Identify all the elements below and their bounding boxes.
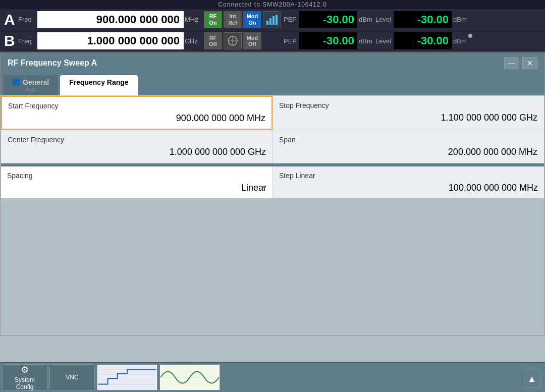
svg-rect-1 xyxy=(269,18,271,25)
channels-section: A Freq 900.000 000 000 MHz RFOn IntRef M… xyxy=(0,9,545,51)
stop-frequency-label: Stop Frequency xyxy=(279,101,537,109)
svg-rect-3 xyxy=(276,15,278,25)
channel-b-freq-label: Freq xyxy=(18,37,37,45)
dialog-title: RF Frequency Sweep A xyxy=(8,59,97,68)
frequency-range-row: Start Frequency 900.000 000 000 MHz Stop… xyxy=(1,96,544,130)
span-value: 200.000 000 000 MHz xyxy=(279,147,537,157)
spacing-label: Spacing xyxy=(7,172,266,180)
system-config-label: System xyxy=(15,376,35,383)
status-bar: Connected to SMW200A-106412.0 xyxy=(0,0,545,9)
spacing-dropdown-arrow[interactable]: ▼ xyxy=(261,184,267,191)
center-frequency-value: 1.000 000 000 000 GHz xyxy=(8,147,266,157)
tab-bar: General Auto Frequency Range xyxy=(1,73,544,95)
minimize-button[interactable]: — xyxy=(504,57,519,69)
step-linear-value: 100.000 000 000 MHz xyxy=(279,183,538,193)
channel-b-unit: GHz xyxy=(185,37,202,45)
svg-rect-7 xyxy=(98,365,156,390)
channel-a-controls: RFOn IntRef ModOn PEP -30.00 dBm Level -… xyxy=(202,11,469,28)
dot-indicator xyxy=(468,34,472,38)
gear-icon: ⚙ xyxy=(21,364,29,375)
channel-a-row: A Freq 900.000 000 000 MHz RFOn IntRef M… xyxy=(0,9,545,30)
dialog-titlebar: RF Frequency Sweep A — ✕ xyxy=(1,53,544,73)
level-label-a: Level xyxy=(375,16,391,23)
channel-a-unit: MHz xyxy=(185,16,202,23)
stop-frequency-value: 1.100 000 000 000 GHz xyxy=(279,113,537,123)
center-frequency-cell[interactable]: Center Frequency 1.000 000 000 000 GHz xyxy=(1,130,272,163)
int-ref-button[interactable]: IntRef xyxy=(224,11,242,28)
channel-b-frequency[interactable]: 1.000 000 000 000 xyxy=(37,32,184,49)
step-linear-cell[interactable]: Step Linear 100.000 000 000 MHz xyxy=(272,166,544,198)
dialog-panel: RF Frequency Sweep A — ✕ General Auto Fr… xyxy=(0,52,545,335)
channel-a-frequency[interactable]: 900.000 000 000 xyxy=(37,11,184,28)
general-tab-sublabel: Auto xyxy=(25,86,37,92)
center-span-row: Center Frequency 1.000 000 000 000 GHz S… xyxy=(1,130,544,163)
svg-rect-2 xyxy=(272,16,275,25)
tab-general[interactable]: General Auto xyxy=(4,75,58,95)
bar-chart-button[interactable] xyxy=(263,11,281,28)
pep-unit-b: dBm xyxy=(359,37,373,45)
connection-status: Connected to SMW200A-106412.0 xyxy=(218,1,326,8)
pep-label-b: PEP xyxy=(284,37,297,45)
vnc-label: VNC xyxy=(66,374,78,381)
span-cell[interactable]: Span 200.000 000 000 MHz xyxy=(272,130,544,163)
pep-unit-a: dBm xyxy=(359,16,373,23)
mod-off-button[interactable]: ModOff xyxy=(243,32,261,49)
taskbar-thumb-2[interactable] xyxy=(159,364,220,390)
taskbar-thumb-1[interactable] xyxy=(97,364,157,390)
pep-value-b: -30.00 xyxy=(299,32,357,49)
content-area: Start Frequency 900.000 000 000 MHz Stop… xyxy=(1,95,544,335)
rf-on-button[interactable]: RFOn xyxy=(204,11,222,28)
step-linear-label: Step Linear xyxy=(279,172,538,180)
channel-a-letter: A xyxy=(0,11,18,28)
rf-off-button[interactable]: RFOff xyxy=(204,32,222,49)
frequency-range-tab-label: Frequency Range xyxy=(69,78,128,86)
start-frequency-label: Start Frequency xyxy=(8,102,265,110)
tab-frequency-range[interactable]: Frequency Range xyxy=(60,75,137,95)
start-frequency-value: 900.000 000 000 MHz xyxy=(8,113,265,124)
empty-area xyxy=(1,198,544,334)
channel-b-row: B Freq 1.000 000 000 000 GHz RFOff ModOf… xyxy=(0,30,545,51)
general-tab-indicator xyxy=(13,79,20,86)
scroll-up-button[interactable]: ▲ xyxy=(523,370,541,388)
titlebar-buttons: — ✕ xyxy=(504,57,537,69)
center-frequency-label: Center Frequency xyxy=(8,136,266,144)
svg-rect-0 xyxy=(266,21,268,25)
scope-button[interactable] xyxy=(224,32,242,49)
system-config-button[interactable]: ⚙ System Config xyxy=(2,364,47,390)
channel-b-controls: RFOff ModOff PEP -30.00 dBm Level -30.00… xyxy=(202,32,476,49)
spacing-value: Linear xyxy=(7,183,266,193)
system-config-sublabel: Config xyxy=(16,383,34,390)
stop-frequency-cell[interactable]: Stop Frequency 1.100 000 000 000 GHz xyxy=(272,96,544,130)
dot-container xyxy=(469,32,474,49)
vnc-button[interactable]: VNC xyxy=(49,364,95,390)
taskbar: ⚙ System Config VNC ▲ xyxy=(0,362,545,392)
spacing-row: Spacing Linear ▼ Step Linear 100.000 000… xyxy=(1,166,544,198)
level-value-b: -30.00 xyxy=(394,32,452,49)
mod-on-button[interactable]: ModOn xyxy=(243,11,261,28)
start-frequency-cell[interactable]: Start Frequency 900.000 000 000 MHz xyxy=(1,96,272,130)
spacing-cell[interactable]: Spacing Linear ▼ xyxy=(1,166,272,198)
channel-b-letter: B xyxy=(0,32,18,49)
close-button[interactable]: ✕ xyxy=(522,57,537,69)
level-unit-b: dBm xyxy=(453,37,467,45)
level-label-b: Level xyxy=(375,37,391,45)
instrument-header: A Freq 900.000 000 000 MHz RFOn IntRef M… xyxy=(0,9,545,52)
up-arrow-icon: ▲ xyxy=(527,374,536,384)
pep-label-a: PEP xyxy=(284,16,297,23)
level-unit-a: dBm xyxy=(453,16,467,23)
level-value-a: -30.00 xyxy=(394,11,452,28)
span-label: Span xyxy=(279,136,537,144)
channel-a-freq-label: Freq xyxy=(18,16,37,23)
pep-value-a: -30.00 xyxy=(299,11,357,28)
general-tab-label: General xyxy=(23,78,49,86)
